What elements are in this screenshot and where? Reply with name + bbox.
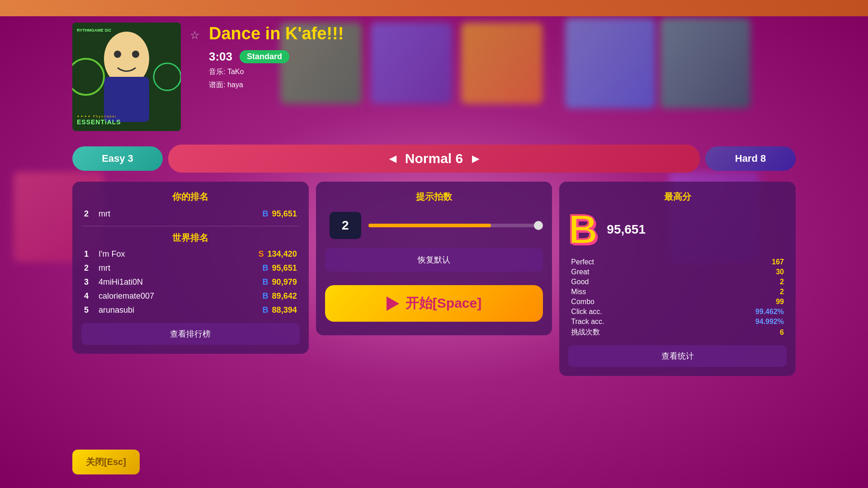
- my-rank-title: 你的排名: [81, 191, 300, 203]
- song-duration: 3:03: [209, 50, 232, 64]
- table-row: 4 caloriemate007 B 89,642: [81, 291, 300, 302]
- rank-name-5: arunasubi: [99, 305, 263, 315]
- main-content: RYTHMGAME SiC ✦✦✦✦ Physitaker ESSENTiALS…: [0, 0, 868, 488]
- song-meta: 3:03 Standard: [209, 50, 344, 64]
- my-rank-position: 2: [84, 209, 95, 219]
- rank-pos-1: 1: [84, 249, 95, 259]
- next-difficulty-arrow[interactable]: ▶: [472, 153, 479, 164]
- stats-value-miss: 2: [780, 288, 784, 296]
- hint-beats-title: 提示拍数: [416, 191, 452, 203]
- stats-label-click-acc: Click acc.: [571, 308, 602, 316]
- svg-text:RYTHMGAME SiC: RYTHMGAME SiC: [77, 28, 112, 33]
- svg-point-4: [132, 51, 139, 58]
- music-author: TaKo: [227, 68, 244, 75]
- rank-badge-5: B: [263, 305, 269, 315]
- stats-row-miss: Miss 2: [568, 287, 787, 297]
- top-bar: [0, 0, 868, 16]
- rank-divider: [81, 226, 300, 226]
- difficulty-easy-button[interactable]: Easy 3: [72, 146, 163, 171]
- my-rank-name: mrt: [99, 209, 263, 219]
- stats-label-perfect: Perfect: [571, 258, 594, 266]
- svg-text:ESSENTiALS: ESSENTiALS: [77, 118, 121, 126]
- stats-row-combo: Combo 99: [568, 297, 787, 307]
- best-score-title: 最高分: [568, 191, 787, 203]
- song-music: 音乐: TaKo: [209, 67, 344, 77]
- favorite-star-button[interactable]: ☆: [190, 29, 200, 42]
- beat-slider-thumb[interactable]: [534, 221, 543, 230]
- rank-badge-2: B: [263, 263, 269, 273]
- rank-pos-2: 2: [84, 263, 95, 273]
- rank-name-2: mrt: [99, 263, 263, 273]
- my-rank-score: 95,651: [272, 209, 297, 219]
- difficulty-normal-button[interactable]: ◀ Normal 6 ▶: [168, 145, 700, 173]
- rank-badge-4: B: [263, 291, 269, 301]
- table-row: 2 mrt B 95,651: [81, 263, 300, 274]
- world-rank-title: 世界排名: [81, 232, 300, 244]
- svg-point-3: [114, 51, 121, 58]
- difficulty-normal-label: Normal 6: [405, 151, 463, 166]
- view-stats-button[interactable]: 查看统计: [568, 345, 787, 367]
- stats-table: Perfect 167 Great 30 Good 2 Miss 2 Combo: [568, 257, 787, 338]
- world-rank-list: 1 I'm Fox S 134,420 2 mrt B 95,651 3 4mi…: [81, 249, 300, 316]
- rank-badge-3: B: [263, 277, 269, 287]
- rank-name-4: caloriemate007: [99, 291, 263, 301]
- song-info: RYTHMGAME SiC ✦✦✦✦ Physitaker ESSENTiALS…: [72, 23, 796, 131]
- grade-score: 95,651: [607, 222, 646, 237]
- stats-row-challenges: 挑战次数 6: [568, 327, 787, 338]
- star-and-details: ☆: [190, 23, 200, 42]
- stats-label-combo: Combo: [571, 298, 594, 306]
- stats-value-click-acc: 99.462%: [755, 308, 784, 316]
- song-details: Dance in K'afe!!! 3:03 Standard 音乐: TaKo…: [209, 23, 344, 90]
- table-row: 5 arunasubi B 88,394: [81, 305, 300, 316]
- chart-author: haya: [227, 81, 243, 89]
- beat-slider-track[interactable]: [368, 224, 539, 227]
- stats-row-click-acc: Click acc. 99.462%: [568, 307, 787, 317]
- rank-pos-4: 4: [84, 291, 95, 301]
- stats-row-track-acc: Track acc. 94.992%: [568, 317, 787, 327]
- stats-label-track-acc: Track acc.: [571, 318, 604, 326]
- difficulty-hard-button[interactable]: Hard 8: [705, 146, 796, 171]
- play-icon: [387, 296, 399, 311]
- song-title: Dance in K'afe!!!: [209, 24, 344, 43]
- stats-label-challenges: 挑战次数: [571, 328, 600, 337]
- rank-score-1: 134,420: [268, 249, 297, 259]
- best-score-panel: 最高分 B 95,651 Perfect 167 Great 30 Good 2: [559, 182, 796, 376]
- bottom-section: 你的排名 2 mrt B 95,651 世界排名 1 I'm Fox S 134…: [72, 182, 796, 376]
- rank-badge-1: S: [259, 249, 264, 259]
- difficulty-selector: Easy 3 ◀ Normal 6 ▶ Hard 8: [72, 145, 796, 173]
- settings-panel: 提示拍数 2 恢复默认 开始[Space]: [316, 182, 552, 335]
- stats-row-great: Great 30: [568, 267, 787, 277]
- stats-value-great: 30: [776, 268, 784, 276]
- prev-difficulty-arrow[interactable]: ◀: [389, 153, 396, 164]
- table-row: 1 I'm Fox S 134,420: [81, 249, 300, 260]
- rank-pos-3: 3: [84, 277, 95, 287]
- rank-score-2: 95,651: [272, 263, 297, 273]
- stats-row-good: Good 2: [568, 277, 787, 287]
- my-rank-row: 2 mrt B 95,651: [81, 209, 300, 219]
- song-chart: 谱面: haya: [209, 80, 344, 90]
- beat-slider-container: 2: [325, 212, 543, 239]
- rank-name-1: I'm Fox: [99, 249, 259, 259]
- reset-default-button[interactable]: 恢复默认: [325, 248, 543, 272]
- song-mode-badge: Standard: [240, 50, 289, 63]
- stats-label-miss: Miss: [571, 288, 586, 296]
- my-rank-badge: B: [263, 209, 269, 219]
- rankings-panel: 你的排名 2 mrt B 95,651 世界排名 1 I'm Fox S 134…: [72, 182, 309, 354]
- stats-value-combo: 99: [776, 298, 784, 306]
- album-art-inner: RYTHMGAME SiC ✦✦✦✦ Physitaker ESSENTiALS: [72, 23, 181, 131]
- stats-value-good: 2: [780, 278, 784, 286]
- rank-score-3: 90,979: [272, 277, 297, 287]
- stats-value-track-acc: 94.992%: [755, 318, 784, 326]
- beat-number-display: 2: [330, 212, 361, 239]
- stats-label-great: Great: [571, 268, 589, 276]
- rank-pos-5: 5: [84, 305, 95, 315]
- stats-value-challenges: 6: [780, 328, 784, 337]
- start-button[interactable]: 开始[Space]: [325, 285, 543, 322]
- table-row: 3 4miHi1ati0N B 90,979: [81, 277, 300, 288]
- start-label: 开始[Space]: [406, 294, 481, 313]
- stats-row-perfect: Perfect 167: [568, 257, 787, 267]
- stats-value-perfect: 167: [772, 258, 784, 266]
- stats-label-good: Good: [571, 278, 589, 286]
- rank-score-4: 89,642: [272, 291, 297, 301]
- view-ranking-button[interactable]: 查看排行榜: [81, 323, 300, 345]
